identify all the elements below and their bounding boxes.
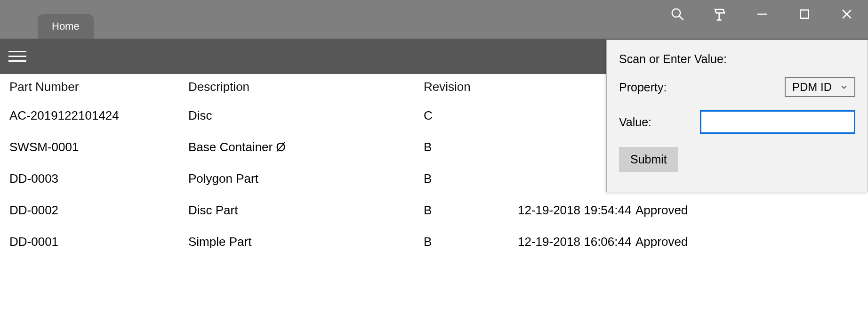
submit-button-label: Submit	[630, 153, 667, 166]
title-bar: Home	[0, 0, 868, 39]
cell-part-number: AC-2019122101424	[8, 100, 186, 131]
svg-rect-5	[800, 10, 809, 18]
submit-button[interactable]: Submit	[619, 147, 678, 172]
tab-home[interactable]: Home	[38, 14, 94, 39]
cell-revision: B	[422, 131, 516, 163]
cell-description: Base Container Ø	[186, 131, 422, 163]
tab-home-label: Home	[52, 20, 80, 33]
svg-line-1	[679, 16, 683, 20]
property-dropdown[interactable]: PDM ID	[785, 77, 855, 97]
cell-part-number: DD-0002	[8, 195, 186, 226]
table-row[interactable]: DD-0002 Disc Part B 12-19-2018 19:54:44 …	[8, 195, 860, 226]
cell-description: Disc	[186, 100, 422, 131]
cell-description: Disc Part	[186, 195, 422, 226]
cell-part-number: SWSM-0001	[8, 131, 186, 163]
value-input[interactable]	[700, 110, 855, 134]
flyout-property-row: Property: PDM ID	[619, 77, 855, 97]
minimize-icon[interactable]	[741, 0, 783, 28]
cell-part-number: DD-0003	[8, 163, 186, 195]
maximize-icon[interactable]	[783, 0, 826, 28]
flyout-value-row: Value:	[619, 110, 855, 134]
chevron-down-icon	[840, 81, 848, 94]
barcode-scanner-icon[interactable]	[699, 0, 741, 28]
cell-date: 12-19-2018 16:06:44	[516, 226, 634, 258]
property-dropdown-value: PDM ID	[792, 81, 832, 94]
cell-revision: B	[422, 226, 516, 258]
scan-flyout: Scan or Enter Value: Property: PDM ID Va…	[606, 40, 868, 192]
col-header-part-number[interactable]: Part Number	[8, 74, 186, 100]
cell-description: Simple Part	[186, 226, 422, 258]
cell-revision: B	[422, 195, 516, 226]
titlebar-right	[656, 0, 868, 28]
table-row[interactable]: DD-0001 Simple Part B 12-19-2018 16:06:4…	[8, 226, 860, 258]
flyout-title: Scan or Enter Value:	[619, 52, 855, 66]
hamburger-menu-icon[interactable]	[8, 46, 29, 67]
cell-part-number: DD-0001	[8, 226, 186, 258]
cell-description: Polygon Part	[186, 163, 422, 195]
cell-status: Approved	[634, 226, 860, 258]
cell-revision: C	[422, 100, 516, 131]
cell-date: 12-19-2018 19:54:44	[516, 195, 634, 226]
cell-revision: B	[422, 163, 516, 195]
svg-point-0	[672, 9, 681, 17]
search-icon[interactable]	[656, 0, 699, 28]
close-icon[interactable]	[826, 0, 868, 28]
col-header-revision[interactable]: Revision	[422, 74, 516, 100]
property-label: Property:	[619, 81, 667, 94]
col-header-description[interactable]: Description	[186, 74, 422, 100]
cell-status: Approved	[634, 195, 860, 226]
value-label: Value:	[619, 115, 651, 129]
